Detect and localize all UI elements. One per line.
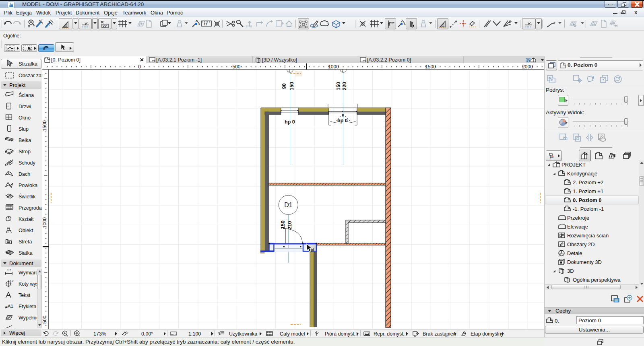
svg-text:150: 150 xyxy=(336,82,341,91)
svg-text:hp 0: hp 0 xyxy=(285,119,295,125)
svg-text:1000: 1000 xyxy=(42,217,47,228)
svg-text:1500: 1500 xyxy=(425,64,436,70)
svg-text:1: 1 xyxy=(342,70,343,72)
svg-text:A1: A1 xyxy=(8,304,13,309)
svg-text:XY: XY xyxy=(103,25,107,28)
svg-text:500: 500 xyxy=(42,315,47,323)
svg-text:500: 500 xyxy=(232,64,240,70)
svg-text:220: 220 xyxy=(342,82,347,91)
svg-text:150: 150 xyxy=(280,220,286,229)
svg-text:0: 0 xyxy=(138,64,141,70)
svg-text:1.2: 1.2 xyxy=(7,269,11,272)
svg-text:12: 12 xyxy=(204,23,207,26)
svg-text:150: 150 xyxy=(289,82,295,91)
svg-text:hp 0: hp 0 xyxy=(337,118,348,124)
svg-text:90: 90 xyxy=(281,83,287,89)
svg-text:D1: D1 xyxy=(284,202,293,208)
svg-text:210: 210 xyxy=(287,221,293,230)
svg-text:1500: 1500 xyxy=(42,120,47,131)
svg-text:2: 2 xyxy=(289,70,290,72)
svg-text:1.2: 1.2 xyxy=(10,280,14,282)
svg-text:2000: 2000 xyxy=(522,64,533,70)
svg-text:1000: 1000 xyxy=(328,64,339,70)
